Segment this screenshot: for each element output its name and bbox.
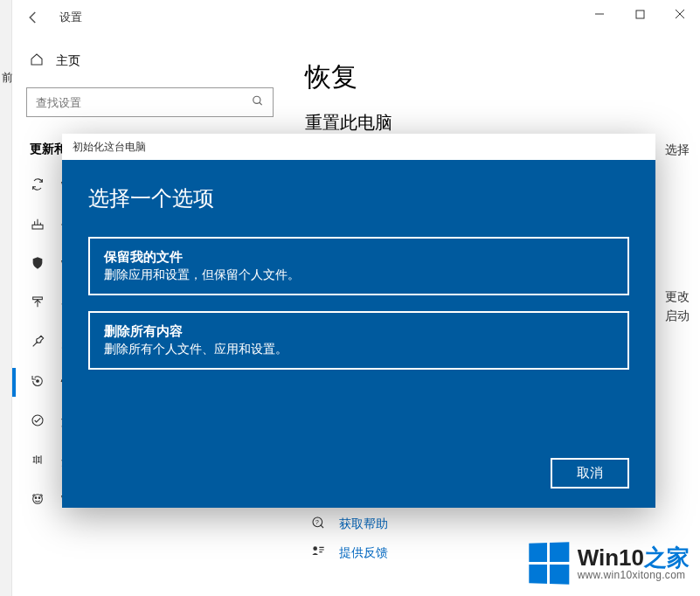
home-link[interactable]: 主页 [17, 44, 282, 79]
get-help-label: 获取帮助 [339, 516, 388, 532]
app-title: 设置 [59, 10, 82, 25]
svg-point-10 [33, 495, 43, 504]
back-button[interactable] [12, 0, 54, 35]
search-input[interactable] [27, 88, 273, 116]
option-desc: 删除所有个人文件、应用和设置。 [104, 342, 613, 357]
recovery-icon [30, 374, 45, 391]
close-button[interactable] [660, 0, 700, 28]
svg-line-5 [260, 102, 262, 105]
shield-icon [30, 256, 45, 273]
feedback-link[interactable]: 提供反馈 [311, 544, 388, 561]
maximize-button[interactable] [620, 0, 660, 28]
reset-dialog: 初始化这台电脑 选择一个选项 保留我的文件 删除应用和设置，但保留个人文件。 删… [62, 134, 655, 508]
option-title: 删除所有内容 [104, 323, 613, 340]
watermark: Win10之家 www.win10xitong.com [528, 543, 690, 584]
svg-rect-6 [32, 225, 43, 229]
titlebar: 设置 [12, 0, 700, 35]
delivery-icon [30, 217, 45, 233]
option-remove-everything[interactable]: 删除所有内容 删除所有个人文件、应用和设置。 [88, 311, 629, 370]
search-icon [252, 95, 264, 110]
wrench-icon [30, 335, 45, 351]
svg-rect-1 [636, 10, 644, 18]
minimize-button[interactable] [579, 0, 620, 28]
feedback-label: 提供反馈 [339, 545, 388, 561]
watermark-url: www.win10xitong.com [578, 570, 690, 581]
svg-point-8 [37, 380, 39, 383]
svg-rect-7 [33, 297, 43, 300]
option-keep-files[interactable]: 保留我的文件 删除应用和设置，但保留个人文件。 [88, 237, 629, 295]
dialog-title: 选择一个选项 [88, 184, 629, 212]
svg-point-12 [38, 497, 40, 499]
search-box[interactable] [26, 87, 274, 117]
svg-text:?: ? [315, 518, 319, 526]
reset-section-title: 重置此电脑 [305, 111, 676, 135]
developer-icon [30, 453, 45, 469]
option-title: 保留我的文件 [104, 249, 613, 266]
svg-point-11 [35, 497, 37, 499]
backup-icon [30, 295, 45, 312]
watermark-brand: Win10之家 [578, 545, 690, 571]
home-icon [30, 52, 44, 70]
check-icon [30, 413, 45, 430]
page-title: 恢复 [305, 59, 676, 95]
get-help-link[interactable]: ? 获取帮助 [311, 516, 388, 532]
cancel-button[interactable]: 取消 [551, 458, 629, 489]
sync-icon [30, 177, 45, 194]
insider-icon [30, 492, 45, 509]
help-icon: ? [311, 516, 327, 532]
feedback-icon [311, 544, 327, 561]
option-desc: 删除应用和设置，但保留个人文件。 [104, 267, 613, 283]
svg-point-4 [253, 96, 260, 103]
dialog-header: 初始化这台电脑 [62, 134, 655, 160]
right-text-2: 更改启动 [665, 287, 690, 326]
home-label: 主页 [56, 53, 80, 69]
svg-point-15 [313, 546, 317, 551]
windows-logo-icon [529, 542, 569, 585]
right-text-1: 选择 [665, 140, 690, 159]
